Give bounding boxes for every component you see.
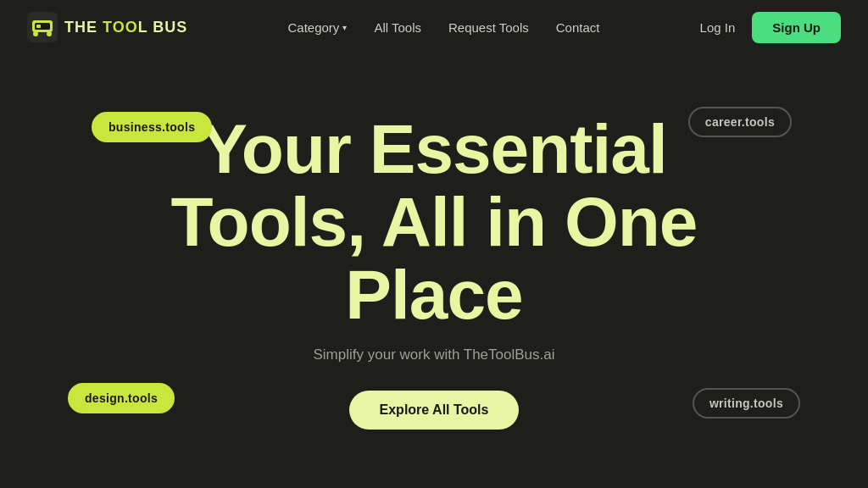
logo-highlight: TOO: [103, 19, 138, 36]
hero-section: business.tools career.tools design.tools…: [0, 54, 868, 488]
logo-text: THE TOOL BUS: [64, 19, 187, 36]
svg-point-2: [33, 31, 38, 36]
nav-links: Category ▾ All Tools Request Tools Conta…: [288, 20, 600, 35]
badge-business: business.tools: [92, 112, 212, 142]
chevron-down-icon: ▾: [342, 23, 347, 32]
navbar: THE TOOL BUS Category ▾ All Tools Reques…: [0, 0, 868, 54]
hero-title: Your Essential Tools, All in One Place: [171, 113, 698, 331]
logo[interactable]: THE TOOL BUS: [27, 12, 187, 42]
nav-request-tools[interactable]: Request Tools: [448, 20, 529, 35]
explore-all-tools-button[interactable]: Explore All Tools: [349, 391, 520, 430]
svg-point-3: [47, 31, 52, 36]
nav-actions: Log In Sign Up: [700, 12, 841, 43]
logo-icon: [27, 12, 58, 42]
signup-button[interactable]: Sign Up: [752, 12, 841, 43]
hero-subtitle: Simplify your work with TheToolBus.ai: [313, 347, 554, 363]
badge-career: career.tools: [688, 107, 792, 137]
svg-rect-5: [36, 25, 41, 28]
badge-design: design.tools: [68, 383, 175, 413]
nav-category[interactable]: Category ▾: [288, 20, 348, 35]
login-button[interactable]: Log In: [700, 20, 736, 35]
badge-writing: writing.tools: [693, 388, 800, 419]
nav-all-tools[interactable]: All Tools: [374, 20, 421, 35]
nav-contact[interactable]: Contact: [556, 20, 600, 35]
